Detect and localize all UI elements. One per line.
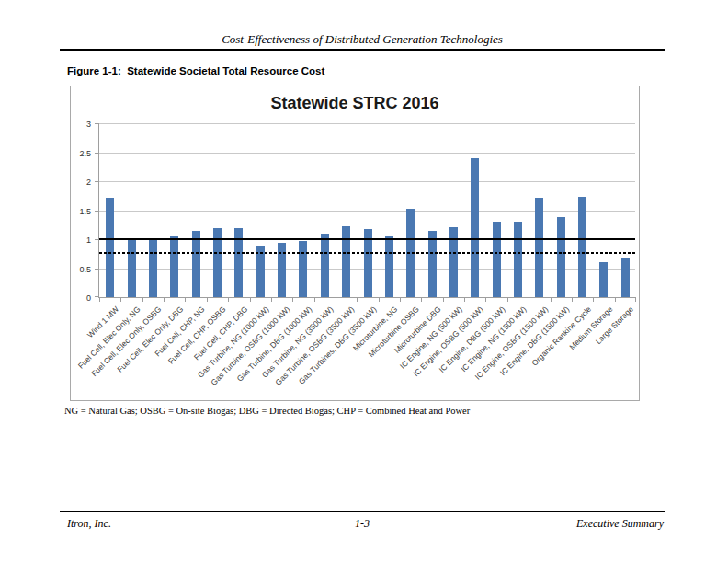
bar bbox=[535, 198, 543, 297]
page-header-title: Cost-Effectiveness of Distributed Genera… bbox=[60, 32, 665, 47]
bar bbox=[385, 236, 393, 297]
bar bbox=[471, 158, 479, 297]
y-axis-tick-label: 0.5 bbox=[79, 265, 91, 274]
y-axis-tick bbox=[95, 181, 99, 182]
bar bbox=[621, 258, 630, 297]
gridline bbox=[99, 153, 635, 154]
bar bbox=[342, 226, 350, 297]
bar bbox=[128, 238, 136, 297]
y-axis-tick bbox=[95, 269, 99, 270]
bar bbox=[514, 222, 522, 297]
footer-page-number: 1-3 bbox=[60, 517, 665, 531]
y-axis-tick bbox=[95, 123, 99, 124]
y-axis-tick-label: 2.5 bbox=[79, 149, 91, 158]
chart-title: Statewide STRC 2016 bbox=[71, 94, 639, 113]
page-footer: Itron, Inc. 1-3 Executive Summary bbox=[60, 517, 665, 532]
chart-frame: Statewide STRC 2016 00.511.522.53 Wind 1… bbox=[70, 86, 640, 401]
gridline bbox=[99, 211, 635, 212]
reference-line-dotted bbox=[99, 252, 635, 254]
x-axis-tick bbox=[635, 297, 636, 302]
footer-section-name: Executive Summary bbox=[576, 517, 664, 531]
plot-area bbox=[98, 124, 635, 298]
figure-caption: Figure 1-1: Statewide Societal Total Res… bbox=[67, 65, 324, 76]
bar bbox=[278, 243, 286, 297]
bar bbox=[428, 231, 437, 297]
bar bbox=[599, 262, 608, 297]
document-page: Cost-Effectiveness of Distributed Genera… bbox=[0, 0, 728, 563]
bar bbox=[299, 241, 307, 297]
bar bbox=[321, 234, 329, 297]
y-axis-tick bbox=[95, 211, 99, 212]
gridline bbox=[99, 123, 635, 124]
y-axis-tick-label: 2 bbox=[86, 178, 91, 187]
footer-rule bbox=[60, 511, 665, 512]
reference-line-solid bbox=[99, 238, 635, 240]
bar bbox=[192, 231, 200, 297]
y-axis-tick-label: 0 bbox=[86, 293, 91, 303]
x-axis-labels: Wind 1 MWFuel Cell, Elec Only, NGFuel Ce… bbox=[98, 298, 635, 399]
y-axis-tick-label: 1.5 bbox=[79, 207, 91, 216]
header-rule bbox=[60, 49, 665, 51]
bar bbox=[578, 197, 586, 297]
chart-footnote: NG = Natural Gas; OSBG = On-site Biogas;… bbox=[64, 406, 470, 416]
y-axis-labels: 00.511.522.53 bbox=[71, 124, 95, 298]
bar bbox=[170, 236, 178, 297]
bar bbox=[557, 217, 565, 297]
bar bbox=[149, 239, 157, 297]
y-axis-tick-label: 3 bbox=[86, 120, 91, 129]
gridline bbox=[99, 181, 635, 182]
y-axis-tick bbox=[95, 153, 99, 154]
bar bbox=[106, 198, 114, 297]
y-axis-tick-label: 1 bbox=[86, 236, 91, 245]
bar bbox=[493, 222, 501, 297]
